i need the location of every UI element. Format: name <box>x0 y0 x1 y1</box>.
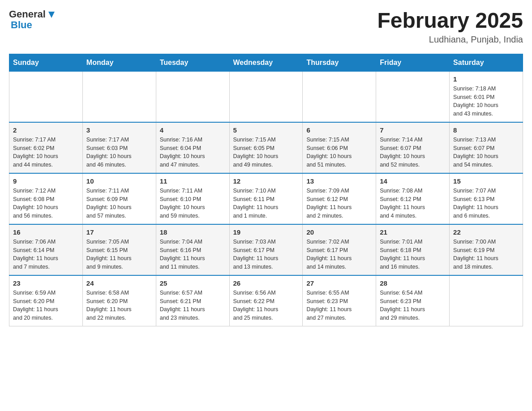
day-info: Sunrise: 7:16 AMSunset: 6:04 PMDaylight:… <box>160 136 226 169</box>
day-info: Sunrise: 7:09 AMSunset: 6:12 PMDaylight:… <box>306 187 372 220</box>
day-of-week-header: Thursday <box>303 54 376 71</box>
day-info: Sunrise: 7:17 AMSunset: 6:02 PMDaylight:… <box>13 136 79 169</box>
day-of-week-header: Wednesday <box>229 54 303 71</box>
calendar-cell: 19Sunrise: 7:03 AMSunset: 6:17 PMDayligh… <box>229 224 303 275</box>
day-number: 1 <box>453 75 519 83</box>
day-number: 21 <box>380 228 446 236</box>
day-number: 7 <box>380 126 446 134</box>
day-of-week-header: Friday <box>376 54 450 71</box>
logo-general-text: General <box>9 9 46 20</box>
calendar-cell: 2Sunrise: 7:17 AMSunset: 6:02 PMDaylight… <box>9 122 83 173</box>
calendar-cell <box>450 275 523 326</box>
calendar-cell: 23Sunrise: 6:59 AMSunset: 6:20 PMDayligh… <box>9 275 83 326</box>
day-info: Sunrise: 6:55 AMSunset: 6:23 PMDaylight:… <box>306 289 372 322</box>
location-text: Ludhiana, Punjab, India <box>377 34 523 45</box>
calendar-cell: 3Sunrise: 7:17 AMSunset: 6:03 PMDaylight… <box>82 122 156 173</box>
day-number: 14 <box>380 177 446 185</box>
calendar-cell: 15Sunrise: 7:07 AMSunset: 6:13 PMDayligh… <box>450 173 523 224</box>
calendar-cell: 6Sunrise: 7:15 AMSunset: 6:06 PMDaylight… <box>303 122 376 173</box>
calendar-cell: 22Sunrise: 7:00 AMSunset: 6:19 PMDayligh… <box>450 224 523 275</box>
day-info: Sunrise: 7:06 AMSunset: 6:14 PMDaylight:… <box>13 238 79 271</box>
day-info: Sunrise: 7:00 AMSunset: 6:19 PMDaylight:… <box>453 238 519 271</box>
calendar-cell: 8Sunrise: 7:13 AMSunset: 6:07 PMDaylight… <box>450 122 523 173</box>
calendar-cell <box>229 71 303 122</box>
day-info: Sunrise: 7:08 AMSunset: 6:12 PMDaylight:… <box>380 187 446 220</box>
day-number: 5 <box>233 126 299 134</box>
svg-marker-0 <box>48 12 55 18</box>
calendar-cell: 10Sunrise: 7:11 AMSunset: 6:09 PMDayligh… <box>82 173 156 224</box>
calendar-cell: 12Sunrise: 7:10 AMSunset: 6:11 PMDayligh… <box>229 173 303 224</box>
day-number: 28 <box>380 279 446 287</box>
calendar-cell: 14Sunrise: 7:08 AMSunset: 6:12 PMDayligh… <box>376 173 450 224</box>
day-info: Sunrise: 7:03 AMSunset: 6:17 PMDaylight:… <box>233 238 299 271</box>
calendar-cell: 21Sunrise: 7:01 AMSunset: 6:18 PMDayligh… <box>376 224 450 275</box>
day-number: 18 <box>160 228 226 236</box>
day-number: 13 <box>306 177 372 185</box>
day-number: 26 <box>233 279 299 287</box>
day-number: 3 <box>86 126 152 134</box>
day-info: Sunrise: 7:05 AMSunset: 6:15 PMDaylight:… <box>86 238 152 271</box>
day-info: Sunrise: 7:07 AMSunset: 6:13 PMDaylight:… <box>453 187 519 220</box>
day-number: 6 <box>306 126 372 134</box>
day-info: Sunrise: 6:57 AMSunset: 6:21 PMDaylight:… <box>160 289 226 322</box>
day-info: Sunrise: 7:15 AMSunset: 6:06 PMDaylight:… <box>306 136 372 169</box>
calendar-cell: 1Sunrise: 7:18 AMSunset: 6:01 PMDaylight… <box>450 71 523 122</box>
day-info: Sunrise: 7:15 AMSunset: 6:05 PMDaylight:… <box>233 136 299 169</box>
day-of-week-header: Sunday <box>9 54 83 71</box>
title-section: February 2025 Ludhiana, Punjab, India <box>377 9 523 45</box>
calendar-cell: 13Sunrise: 7:09 AMSunset: 6:12 PMDayligh… <box>303 173 376 224</box>
calendar-cell: 16Sunrise: 7:06 AMSunset: 6:14 PMDayligh… <box>9 224 83 275</box>
calendar-cell <box>82 71 156 122</box>
calendar-header-row: SundayMondayTuesdayWednesdayThursdayFrid… <box>9 54 523 71</box>
day-info: Sunrise: 6:59 AMSunset: 6:20 PMDaylight:… <box>13 289 79 322</box>
month-title: February 2025 <box>377 9 523 33</box>
day-info: Sunrise: 7:11 AMSunset: 6:10 PMDaylight:… <box>160 187 226 220</box>
day-info: Sunrise: 7:14 AMSunset: 6:07 PMDaylight:… <box>380 136 446 169</box>
day-info: Sunrise: 7:12 AMSunset: 6:08 PMDaylight:… <box>13 187 79 220</box>
day-of-week-header: Tuesday <box>156 54 229 71</box>
day-number: 23 <box>13 279 79 287</box>
calendar-cell: 5Sunrise: 7:15 AMSunset: 6:05 PMDaylight… <box>229 122 303 173</box>
calendar-cell: 20Sunrise: 7:02 AMSunset: 6:17 PMDayligh… <box>303 224 376 275</box>
calendar-table: SundayMondayTuesdayWednesdayThursdayFrid… <box>9 54 523 326</box>
calendar-cell: 18Sunrise: 7:04 AMSunset: 6:16 PMDayligh… <box>156 224 229 275</box>
calendar-cell <box>156 71 229 122</box>
day-number: 25 <box>160 279 226 287</box>
day-number: 12 <box>233 177 299 185</box>
day-number: 27 <box>306 279 372 287</box>
calendar-cell: 17Sunrise: 7:05 AMSunset: 6:15 PMDayligh… <box>82 224 156 275</box>
calendar-cell: 28Sunrise: 6:54 AMSunset: 6:23 PMDayligh… <box>376 275 450 326</box>
day-info: Sunrise: 7:18 AMSunset: 6:01 PMDaylight:… <box>453 85 519 118</box>
day-number: 20 <box>306 228 372 236</box>
day-number: 16 <box>13 228 79 236</box>
day-info: Sunrise: 6:54 AMSunset: 6:23 PMDaylight:… <box>380 289 446 322</box>
calendar-cell: 9Sunrise: 7:12 AMSunset: 6:08 PMDaylight… <box>9 173 83 224</box>
logo: General Blue <box>9 9 56 30</box>
calendar-cell: 7Sunrise: 7:14 AMSunset: 6:07 PMDaylight… <box>376 122 450 173</box>
day-info: Sunrise: 7:17 AMSunset: 6:03 PMDaylight:… <box>86 136 152 169</box>
day-of-week-header: Monday <box>82 54 156 71</box>
day-of-week-header: Saturday <box>450 54 523 71</box>
day-number: 15 <box>453 177 519 185</box>
day-number: 17 <box>86 228 152 236</box>
day-number: 11 <box>160 177 226 185</box>
calendar-cell <box>9 71 83 122</box>
day-number: 2 <box>13 126 79 134</box>
day-info: Sunrise: 7:11 AMSunset: 6:09 PMDaylight:… <box>86 187 152 220</box>
day-info: Sunrise: 7:10 AMSunset: 6:11 PMDaylight:… <box>233 187 299 220</box>
day-number: 8 <box>453 126 519 134</box>
day-number: 24 <box>86 279 152 287</box>
calendar-cell: 25Sunrise: 6:57 AMSunset: 6:21 PMDayligh… <box>156 275 229 326</box>
day-info: Sunrise: 7:04 AMSunset: 6:16 PMDaylight:… <box>160 238 226 271</box>
calendar-cell <box>376 71 450 122</box>
day-number: 4 <box>160 126 226 134</box>
day-number: 19 <box>233 228 299 236</box>
day-info: Sunrise: 6:56 AMSunset: 6:22 PMDaylight:… <box>233 289 299 322</box>
day-info: Sunrise: 6:58 AMSunset: 6:20 PMDaylight:… <box>86 289 152 322</box>
day-number: 10 <box>86 177 152 185</box>
calendar-cell: 26Sunrise: 6:56 AMSunset: 6:22 PMDayligh… <box>229 275 303 326</box>
calendar-cell: 4Sunrise: 7:16 AMSunset: 6:04 PMDaylight… <box>156 122 229 173</box>
day-info: Sunrise: 7:13 AMSunset: 6:07 PMDaylight:… <box>453 136 519 169</box>
day-info: Sunrise: 7:02 AMSunset: 6:17 PMDaylight:… <box>306 238 372 271</box>
day-info: Sunrise: 7:01 AMSunset: 6:18 PMDaylight:… <box>380 238 446 271</box>
